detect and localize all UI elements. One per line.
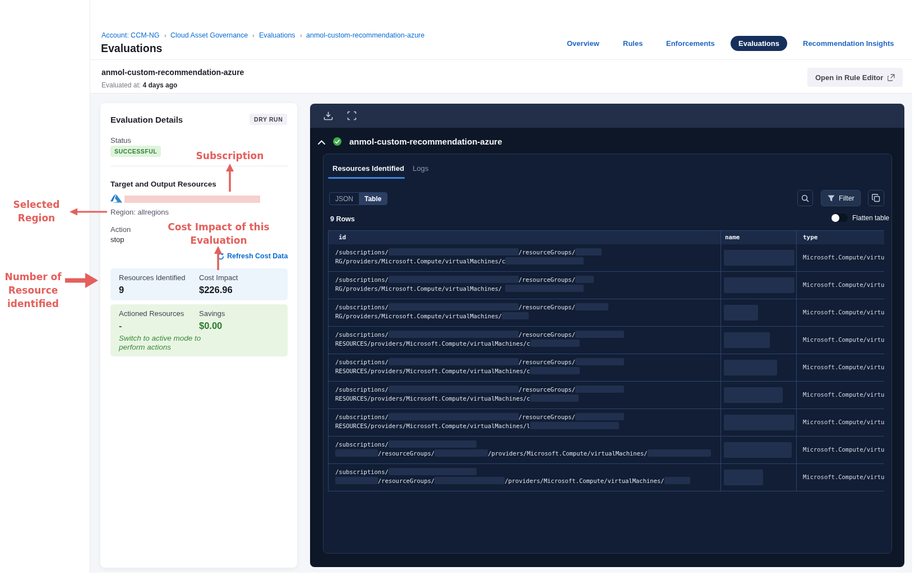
breadcrumb-item[interactable]: Cloud Asset Governance	[170, 31, 248, 39]
identified-metrics-box: Resources Identified Cost Impact 9 $226.…	[110, 268, 288, 300]
cloud-provider-row	[110, 194, 122, 204]
nav-rules[interactable]: Rules	[622, 39, 642, 48]
redacted-value	[575, 358, 624, 365]
refresh-cost-data-label: Refresh Cost Data	[227, 252, 288, 260]
filter-button[interactable]: Filter	[821, 190, 861, 206]
console-panel: anmol-custom-recommendation-azure Resour…	[310, 104, 904, 567]
redacted-value	[575, 248, 602, 256]
copy-button[interactable]	[868, 190, 884, 206]
tab-logs[interactable]: Logs	[413, 164, 428, 173]
breadcrumb-item[interactable]: Account: CCM-NG	[101, 31, 160, 39]
breadcrumb-item[interactable]: anmol-custom-recommendation-azure	[306, 31, 424, 39]
nav-overview[interactable]: Overview	[567, 39, 599, 48]
cell-name-redacted	[724, 415, 794, 430]
table-row[interactable]: /subscriptions//resourceGroups//provider…	[329, 464, 884, 491]
redacted-value	[502, 312, 529, 319]
cell-type: Microsoft.Compute/virtu	[803, 391, 884, 398]
nav-recommendation-insights[interactable]: Recommendation Insights	[802, 39, 894, 48]
redacted-value	[389, 386, 519, 393]
redacted-value	[389, 331, 519, 338]
tab-resources-identified[interactable]: Resources Identified	[332, 164, 404, 173]
fullscreen-icon[interactable]	[347, 111, 357, 120]
redacted-value	[435, 477, 505, 484]
rows-count: 9 Rows	[330, 215, 355, 223]
breadcrumb-separator: ›	[252, 32, 255, 39]
table-row[interactable]: /subscriptions//resourceGroups/RG/provid…	[329, 272, 884, 299]
subscription-redaction-bar	[124, 196, 260, 203]
console-toolbar	[310, 104, 904, 128]
cell-id: /subscriptions//resourceGroups/RESOURCES…	[335, 358, 721, 375]
cell-type: Microsoft.Compute/virtu	[803, 419, 884, 425]
nav-evaluations[interactable]: Evaluations	[731, 36, 787, 51]
cell-name-redacted	[724, 332, 770, 348]
annotation-arrow-cost	[211, 246, 225, 271]
status-badge: SUCCESSFUL	[110, 146, 161, 157]
breadcrumb-item[interactable]: Evaluations	[259, 31, 295, 39]
breadcrumb: Account: CCM-NG›Cloud Asset Governance›E…	[101, 31, 425, 39]
savings-label: Savings	[199, 309, 225, 318]
download-icon[interactable]	[324, 111, 333, 120]
app-window: Account: CCM-NG›Cloud Asset Governance›E…	[90, 0, 912, 573]
workspace: Evaluation Details DRY RUN Status SUCCES…	[90, 94, 912, 573]
annotation-arrow-count	[65, 272, 99, 289]
actioned-metrics-box: Actioned Resources Savings - $0.00 Switc…	[110, 304, 288, 356]
column-header-id[interactable]: id	[339, 234, 346, 241]
flatten-table-toggle[interactable]: Flatten table	[831, 213, 889, 222]
cost-impact-label: Cost Impact	[199, 273, 238, 282]
dry-run-badge: DRY RUN	[250, 114, 287, 125]
annotation-selected-region: Selected Region	[0, 198, 73, 225]
evaluation-name: anmol-custom-recommendation-azure	[101, 68, 244, 77]
action-value: stop	[110, 235, 124, 244]
breadcrumb-separator: ›	[300, 32, 302, 39]
evaluation-details-card: Evaluation Details DRY RUN Status SUCCES…	[100, 103, 297, 568]
redacted-value	[389, 468, 477, 475]
search-button[interactable]	[797, 190, 813, 206]
region-text: Region: allregions	[110, 208, 169, 216]
redacted-value	[389, 358, 519, 365]
view-toggle-json[interactable]: JSON	[330, 193, 359, 205]
table-row[interactable]: /subscriptions//resourceGroups/RESOURCES…	[329, 327, 884, 354]
table-row[interactable]: /subscriptions//resourceGroups/RESOURCES…	[329, 382, 884, 409]
redacted-value	[530, 394, 579, 402]
cell-name-redacted	[724, 470, 763, 485]
table-row[interactable]: /subscriptions//resourceGroups/RG/provid…	[329, 244, 884, 272]
annotation-subscription: Subscription	[185, 149, 275, 162]
resources-pane: Resources Identified Logs JSON Table	[323, 154, 892, 554]
redacted-value	[575, 413, 624, 420]
breadcrumb-separator: ›	[164, 32, 167, 39]
refresh-cost-data-link[interactable]: Refresh Cost Data	[217, 252, 288, 260]
table-row[interactable]: /subscriptions//resourceGroups//provider…	[329, 437, 884, 464]
view-toggle-table[interactable]: Table	[359, 193, 387, 205]
toggle-knob	[831, 214, 839, 222]
cell-name-redacted	[724, 277, 794, 293]
annotation-cost-line1: Cost Impact of this	[168, 221, 269, 233]
annotation-resource-count: Number of Resource identified	[0, 270, 66, 310]
cell-id: /subscriptions//resourceGroups/RESOURCES…	[335, 413, 721, 430]
azure-icon	[110, 194, 122, 203]
action-label: Action	[110, 225, 131, 234]
console-evaluation-title: anmol-custom-recommendation-azure	[349, 137, 502, 146]
toggle-track[interactable]	[831, 213, 848, 222]
redacted-value	[335, 449, 378, 457]
page-title: Evaluations	[101, 42, 162, 55]
nav-enforcements[interactable]: Enforcements	[666, 39, 715, 48]
column-header-type[interactable]: type	[803, 234, 818, 241]
chevron-up-icon[interactable]	[318, 140, 325, 145]
table-row[interactable]: /subscriptions//resourceGroups/RESOURCES…	[329, 409, 884, 437]
cell-id: /subscriptions//resourceGroups//provider…	[335, 440, 721, 458]
column-header-name[interactable]: name	[725, 234, 740, 241]
open-in-rule-editor-button[interactable]: Open in Rule Editor	[807, 68, 903, 87]
filter-label: Filter	[839, 194, 854, 202]
annotation-count-line3: identified	[7, 298, 59, 309]
copy-icon	[872, 194, 880, 202]
open-in-rule-editor-label: Open in Rule Editor	[815, 73, 883, 82]
table-row[interactable]: /subscriptions//resourceGroups/RG/provid…	[329, 299, 884, 327]
table-row[interactable]: /subscriptions//resourceGroups/RESOURCES…	[329, 354, 884, 382]
redacted-value	[530, 340, 580, 347]
evaluation-expander[interactable]: anmol-custom-recommendation-azure	[310, 128, 904, 154]
redacted-value	[648, 449, 711, 457]
cell-id: /subscriptions//resourceGroups/RESOURCES…	[335, 386, 721, 403]
cell-type: Microsoft.Compute/virtu	[803, 446, 884, 453]
redacted-value	[664, 477, 690, 484]
cell-name-redacted	[724, 305, 758, 321]
